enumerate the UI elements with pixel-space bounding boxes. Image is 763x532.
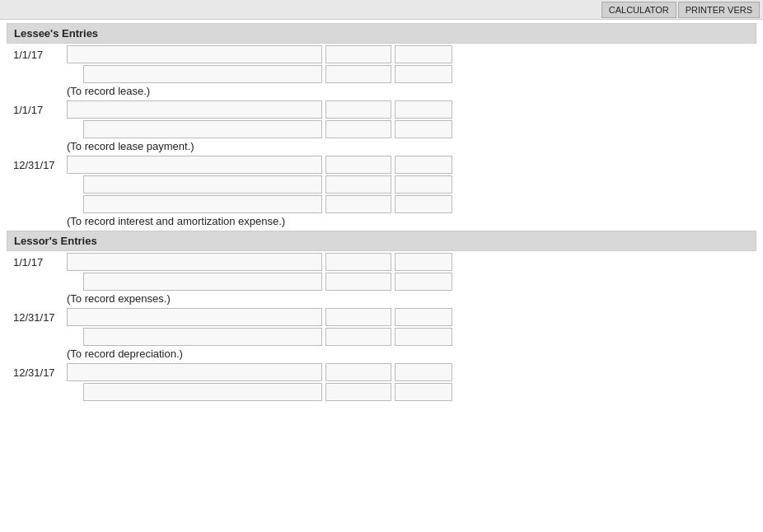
entry-group-lessee-1: 1/1/17(To record lease payment.) bbox=[7, 100, 756, 152]
credit-input[interactable] bbox=[395, 45, 452, 63]
table-row: 12/31/17 bbox=[7, 156, 756, 174]
account-input[interactable] bbox=[67, 156, 322, 174]
date-label: 1/1/17 bbox=[13, 256, 67, 268]
debit-input[interactable] bbox=[325, 45, 391, 63]
table-row bbox=[7, 175, 756, 194]
note-text: (To record interest and amortization exp… bbox=[7, 215, 756, 227]
debit-input[interactable] bbox=[325, 363, 391, 381]
date-label: 12/31/17 bbox=[13, 366, 67, 379]
credit-input[interactable] bbox=[395, 195, 452, 213]
account-input[interactable] bbox=[67, 253, 322, 271]
account-input[interactable] bbox=[83, 273, 322, 291]
debit-input[interactable] bbox=[325, 308, 391, 326]
account-input[interactable] bbox=[67, 100, 322, 119]
credit-input[interactable] bbox=[395, 273, 452, 291]
entry-group-lessee-0: 1/1/17(To record lease.) bbox=[7, 45, 756, 97]
note-text: (To record lease payment.) bbox=[7, 140, 756, 152]
note-text: (To record lease.) bbox=[7, 85, 756, 97]
debit-input[interactable] bbox=[325, 328, 391, 346]
note-text: (To record expenses.) bbox=[7, 292, 756, 305]
credit-input[interactable] bbox=[395, 120, 452, 138]
entry-group-lessor-0: 1/1/17(To record expenses.) bbox=[7, 253, 756, 305]
table-row: 12/31/17 bbox=[7, 308, 756, 326]
debit-input[interactable] bbox=[325, 273, 391, 291]
table-row: 1/1/17 bbox=[7, 100, 756, 119]
table-row bbox=[7, 195, 756, 213]
credit-input[interactable] bbox=[395, 308, 452, 326]
date-label: 12/31/17 bbox=[13, 311, 67, 324]
table-row bbox=[7, 273, 756, 291]
debit-input[interactable] bbox=[325, 120, 391, 138]
debit-input[interactable] bbox=[325, 65, 391, 83]
account-input[interactable] bbox=[83, 195, 322, 213]
calculator-button[interactable]: CALCULATOR bbox=[602, 2, 676, 18]
debit-input[interactable] bbox=[325, 156, 391, 174]
table-row bbox=[7, 65, 756, 83]
account-input[interactable] bbox=[67, 363, 322, 381]
date-label: 1/1/17 bbox=[13, 104, 67, 116]
table-row: 1/1/17 bbox=[7, 45, 756, 63]
top-bar: CALCULATOR PRINTER VERS bbox=[0, 0, 763, 20]
credit-input[interactable] bbox=[395, 328, 452, 346]
table-row bbox=[7, 383, 756, 401]
table-row: 1/1/17 bbox=[7, 253, 756, 271]
debit-input[interactable] bbox=[325, 253, 391, 271]
note-text: (To record depreciation.) bbox=[7, 348, 756, 360]
account-input[interactable] bbox=[83, 175, 322, 194]
credit-input[interactable] bbox=[395, 253, 452, 271]
table-row: 12/31/17 bbox=[7, 363, 756, 381]
section-header-lessor: Lessor's Entries bbox=[7, 231, 756, 251]
entry-group-lessee-2: 12/31/17(To record interest and amortiza… bbox=[7, 156, 756, 227]
table-row bbox=[7, 120, 756, 138]
credit-input[interactable] bbox=[395, 65, 452, 83]
printer-version-button[interactable]: PRINTER VERS bbox=[678, 2, 760, 18]
account-input[interactable] bbox=[83, 383, 322, 401]
entry-group-lessor-2: 12/31/17 bbox=[7, 363, 756, 401]
date-label: 1/1/17 bbox=[13, 49, 67, 61]
date-label: 12/31/17 bbox=[13, 159, 67, 171]
account-input[interactable] bbox=[67, 45, 322, 63]
account-input[interactable] bbox=[83, 65, 322, 83]
debit-input[interactable] bbox=[325, 100, 391, 119]
account-input[interactable] bbox=[83, 328, 322, 346]
section-header-lessee: Lessee's Entries bbox=[7, 23, 756, 44]
account-input[interactable] bbox=[67, 308, 322, 326]
credit-input[interactable] bbox=[395, 383, 452, 401]
table-row bbox=[7, 328, 756, 346]
account-input[interactable] bbox=[83, 120, 322, 138]
debit-input[interactable] bbox=[325, 383, 391, 401]
debit-input[interactable] bbox=[325, 175, 391, 194]
credit-input[interactable] bbox=[395, 175, 452, 194]
debit-input[interactable] bbox=[325, 195, 391, 213]
main-content: Lessee's Entries1/1/17(To record lease.)… bbox=[0, 20, 763, 406]
credit-input[interactable] bbox=[395, 156, 452, 174]
credit-input[interactable] bbox=[395, 100, 452, 119]
entry-group-lessor-1: 12/31/17(To record depreciation.) bbox=[7, 308, 756, 360]
credit-input[interactable] bbox=[395, 363, 452, 381]
